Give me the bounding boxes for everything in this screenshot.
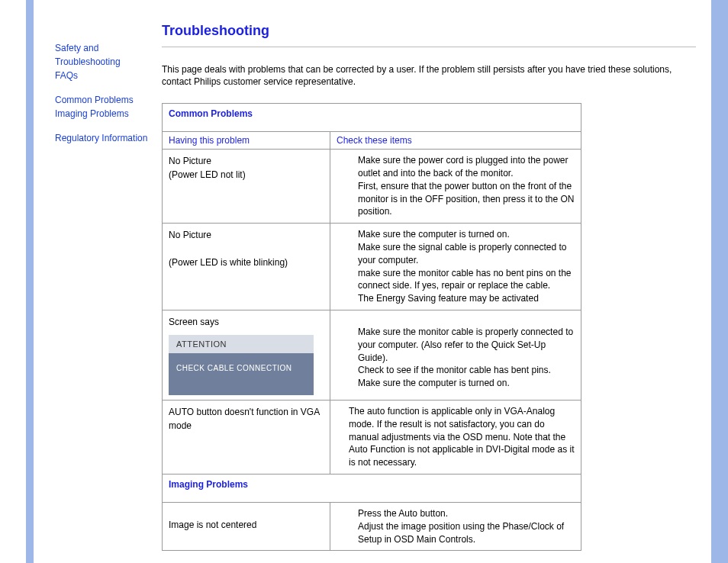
col-header-check: Check these items: [330, 132, 581, 150]
solution-cell: Make sure the computer is turned on.Make…: [330, 224, 581, 310]
main-content: Troubleshooting This page deals with pro…: [162, 23, 696, 551]
solution-cell: The auto function is applicable only in …: [330, 400, 581, 474]
problem-text: (Power LED is white blinking): [169, 256, 324, 269]
col-header-problem: Having this problem: [163, 132, 330, 150]
table-row: AUTO button doesn't function in VGA mode…: [163, 400, 581, 474]
solution-text: The auto function is applicable only in …: [337, 405, 575, 469]
problem-text: No Picture: [169, 154, 324, 168]
section-row-common: Common Problems: [163, 104, 581, 132]
problem-cell: Screen says ATTENTION CHECK CABLE CONNEC…: [163, 310, 330, 400]
table-row: No Picture (Power LED not lit) Make sure…: [163, 150, 581, 224]
sidebar-link-safety[interactable]: Safety and Troubleshooting: [55, 41, 154, 69]
troubleshooting-table: Common Problems Having this problem Chec…: [162, 103, 581, 551]
page-root: Safety and Troubleshooting FAQs Common P…: [0, 0, 728, 563]
right-accent-bar: [711, 0, 728, 563]
title-divider: [162, 47, 696, 47]
solution-cell: Make sure the power cord is plugged into…: [330, 150, 581, 224]
problem-text: Image is not centered: [169, 518, 324, 532]
problem-cell: No Picture (Power LED not lit): [163, 150, 330, 224]
solution-text: Press the Auto button.Adjust the image p…: [337, 507, 575, 545]
page-title: Troubleshooting: [162, 23, 696, 39]
solution-text: Make sure the power cord is plugged into…: [337, 154, 575, 218]
problem-text: (Power LED not lit): [169, 168, 324, 182]
solution-cell: Make sure the monitor cable is properly …: [330, 310, 581, 400]
solution-text: Make sure the monitor cable is properly …: [337, 326, 575, 390]
table-row: No Picture (Power LED is white blinking)…: [163, 224, 581, 310]
intro-text: This page deals with problems that can b…: [162, 64, 696, 88]
solution-text: Make sure the computer is turned on.Make…: [337, 228, 575, 305]
table-row: Screen says ATTENTION CHECK CABLE CONNEC…: [163, 310, 581, 400]
sidebar-nav: Safety and Troubleshooting FAQs Common P…: [55, 41, 154, 156]
attention-body: CHECK CABLE CONNECTION: [169, 353, 314, 395]
solution-cell: Press the Auto button.Adjust the image p…: [330, 502, 581, 550]
left-accent-bar: [26, 0, 34, 563]
sidebar-link-faqs[interactable]: FAQs: [55, 69, 154, 82]
column-header-row: Having this problem Check these items: [163, 132, 581, 150]
attention-message-box: ATTENTION CHECK CABLE CONNECTION: [169, 335, 314, 395]
sidebar-link-regulatory[interactable]: Regulatory Information: [55, 131, 154, 145]
section-heading-common: Common Problems: [163, 104, 581, 132]
problem-text: AUTO button doesn't function in VGA mode: [169, 405, 324, 433]
section-row-imaging: Imaging Problems: [163, 474, 581, 502]
problem-cell: No Picture (Power LED is white blinking): [163, 224, 330, 310]
problem-cell: AUTO button doesn't function in VGA mode: [163, 400, 330, 474]
section-heading-imaging: Imaging Problems: [163, 474, 581, 502]
problem-cell: Image is not centered: [163, 502, 330, 550]
table-row: Image is not centered Press the Auto but…: [163, 502, 581, 550]
attention-head: ATTENTION: [169, 335, 314, 353]
sidebar-link-imaging-problems[interactable]: Imaging Problems: [55, 107, 154, 121]
sidebar-link-common-problems[interactable]: Common Problems: [55, 93, 154, 107]
problem-text: No Picture: [169, 228, 324, 242]
problem-text: Screen says: [169, 315, 324, 329]
